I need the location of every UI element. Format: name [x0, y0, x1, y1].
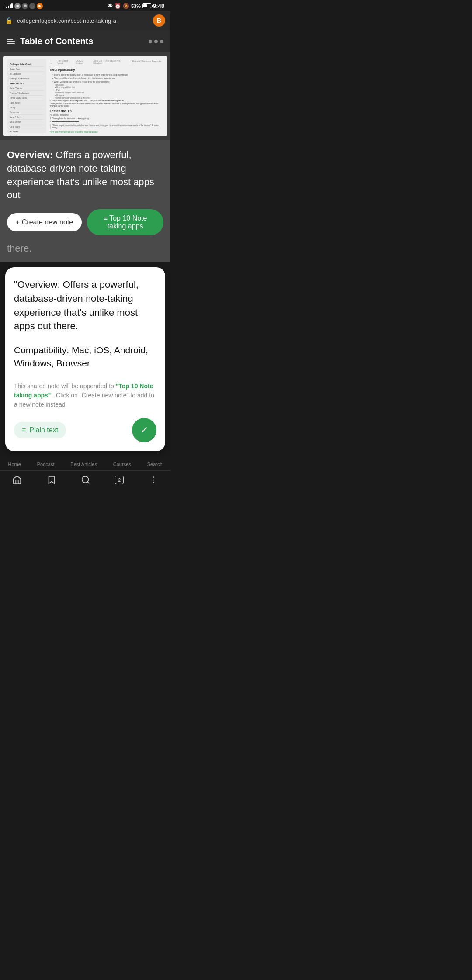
- toc-header: Table of Contents: [0, 30, 170, 52]
- dot-3: [160, 40, 163, 43]
- alarm-icon: ⏰: [115, 3, 121, 9]
- plain-text-button[interactable]: ≡ Plain text: [14, 422, 66, 438]
- preview-sub-4: What will happen along the way: [50, 92, 163, 94]
- notification-icons: ▣ ✉ 🎧 ▶: [14, 3, 43, 9]
- preview-sub-1: Duration: [50, 84, 163, 86]
- dot-2: [154, 40, 158, 43]
- preview-sidebar-item-8: Next Month: [10, 120, 44, 124]
- dot-1: [149, 40, 152, 43]
- hamburger-icon[interactable]: [7, 39, 15, 44]
- preview-reason-2: 2. Weaken the reasons to quit: [50, 120, 163, 123]
- preview-sidebar-item-7: Next 7 Days: [10, 115, 44, 120]
- preview-sidebar-item-1: Habit Tracker: [10, 86, 44, 91]
- preview-lessen-dip: Lessen the Dip: [50, 110, 163, 113]
- preview-neuroplasticity: Neuroplasticity: [50, 68, 163, 72]
- eye-icon: 👁: [108, 3, 113, 9]
- plain-text-icon: ≡: [22, 426, 26, 434]
- main-content-area: Overview: Offers a powerful, database-dr…: [0, 140, 170, 262]
- faded-continuation-text: there.: [7, 242, 163, 255]
- create-new-note-button[interactable]: + Create new note: [7, 213, 82, 231]
- append-prefix: This shared note will be appended to: [14, 383, 116, 390]
- buttons-row: + Create new note ≡ Top 10 Note taking a…: [7, 209, 163, 235]
- toc-title: Table of Contents: [20, 36, 93, 46]
- preview-sidebar-favorites: FAVORITES: [10, 81, 44, 86]
- preview-stress: This process triggers stress system, whi…: [50, 100, 163, 102]
- status-left: ▣ ✉ 🎧 ▶: [6, 3, 43, 9]
- headset-icon: 🎧: [29, 3, 35, 9]
- battery-percentage: 53%: [131, 3, 141, 9]
- preview-sub-6: What ultimately will happen at the end?: [50, 97, 163, 99]
- check-icon: ✓: [140, 424, 148, 436]
- main-text-bold: Overview:: [7, 149, 53, 160]
- preview-sidebar-item-6: Tomorrow: [10, 110, 44, 115]
- preview-sidebar-item-9: Cold Tasks: [10, 124, 44, 129]
- bottom-nav: Home Podcast Best Articles Courses Searc…: [0, 456, 170, 489]
- toc-dots: [149, 40, 163, 43]
- nav-tab-best-articles[interactable]: Best Articles: [70, 462, 97, 467]
- preview-reason-1: 1. Strengthen the reasons to keep going: [50, 117, 163, 120]
- popup-append-info: This shared note will be appended to "To…: [14, 382, 156, 409]
- nav-tab-podcast[interactable]: Podcast: [37, 462, 55, 467]
- more-menu-button[interactable]: [149, 475, 158, 485]
- toc-left: Table of Contents: [7, 36, 93, 46]
- preview-sub-5: Outcome: [50, 94, 163, 97]
- preview-inner: College Info Geek Quick Find All Updates…: [3, 56, 167, 136]
- status-right: 👁 ⏰ 🔕 53% 9:48: [108, 3, 164, 9]
- svg-line-3: [87, 482, 89, 483]
- nav-tab-search[interactable]: Search: [147, 462, 163, 467]
- sim-icon: ▣: [14, 3, 21, 9]
- mail-icon: ✉: [22, 3, 28, 9]
- plain-text-label: Plain text: [29, 426, 58, 434]
- url-text: collegeinfogeek.com/best-note-taking-a: [17, 17, 149, 24]
- preview-course-creators: As course creators:: [50, 114, 163, 116]
- nav-tab-home[interactable]: Home: [8, 462, 21, 467]
- svg-point-6: [153, 482, 154, 483]
- preview-acetyl: Acetylcholine is released into the brain…: [50, 103, 163, 107]
- preview-sub-2: How long will this last: [50, 86, 163, 89]
- popup-compatibility-text: Compatibility: Mac, iOS, Android, Window…: [14, 344, 156, 369]
- preview-sidebar-item-11: Note Inbox: [10, 134, 44, 136]
- svg-point-2: [82, 476, 89, 483]
- brave-browser-icon: B: [153, 14, 165, 27]
- preview-sidebar-item-2: Thomas' Dashboard: [10, 91, 44, 96]
- search-icon-button[interactable]: [81, 475, 90, 485]
- preview-line-1: Brain's ability to modify itself in resp…: [50, 73, 163, 76]
- home-icon-button[interactable]: [12, 475, 22, 485]
- main-overview-text: Overview: Offers a powerful, database-dr…: [7, 148, 163, 202]
- preview-quote: "Never forget you're dealing with humans…: [50, 124, 163, 129]
- preview-sidebar-item-3: Tom's Daily Tasks: [10, 96, 44, 100]
- svg-text:B: B: [157, 17, 161, 24]
- popup-footer: ≡ Plain text ✓: [14, 418, 156, 442]
- svg-point-5: [153, 480, 154, 481]
- top10-button[interactable]: ≡ Top 10 Note taking apps: [87, 209, 163, 235]
- preview-line-2: Only possible when focus is brought to t…: [50, 77, 163, 79]
- preview-sidebar-brand: College Info Geek: [10, 62, 44, 67]
- preview-motivate: How can we motivate our students to keep…: [50, 131, 163, 133]
- preview-content: ← →Personal VaultODCC Notes!April 15 - T…: [50, 59, 163, 133]
- status-bar: ▣ ✉ 🎧 ▶ 👁 ⏰ 🔕 53% 9:48: [0, 0, 170, 11]
- popup-card: "Overview: Offers a powerful, database-d…: [5, 267, 165, 451]
- nav-icons-row: 2: [0, 471, 170, 487]
- bell-mute-icon: 🔕: [123, 3, 129, 9]
- preview-sidebar-updates: All Updates: [10, 72, 44, 76]
- preview-sidebar-quick-find: Quick Find: [10, 67, 44, 72]
- preview-sidebar-settings: Settings & Members: [10, 76, 44, 81]
- tabs-count-button[interactable]: 2: [115, 476, 124, 484]
- confirm-check-button[interactable]: ✓: [132, 418, 156, 442]
- time-display: 9:48: [153, 3, 164, 9]
- popup-quote-text: "Overview: Offers a powerful, database-d…: [14, 278, 156, 334]
- signal-bars-icon: [6, 3, 13, 8]
- tab-count-badge: 2: [115, 476, 124, 484]
- preview-sub-3: Path: [50, 89, 163, 91]
- preview-sidebar: College Info Geek Quick Find All Updates…: [7, 59, 46, 133]
- url-bar[interactable]: 🔒 collegeinfogeek.com/best-note-taking-a…: [0, 11, 170, 30]
- play-icon: ▶: [37, 3, 43, 9]
- preview-sidebar-item-5: Today: [10, 105, 44, 110]
- battery-icon: [142, 3, 151, 8]
- preview-sidebar-item-10: All Tasks: [10, 129, 44, 134]
- nav-tab-courses[interactable]: Courses: [113, 462, 131, 467]
- screenshot-preview: College Info Geek Quick Find All Updates…: [0, 52, 170, 140]
- bookmark-icon-button[interactable]: [47, 475, 56, 485]
- nav-tabs: Home Podcast Best Articles Courses Searc…: [0, 460, 170, 471]
- lock-icon: 🔒: [5, 17, 13, 24]
